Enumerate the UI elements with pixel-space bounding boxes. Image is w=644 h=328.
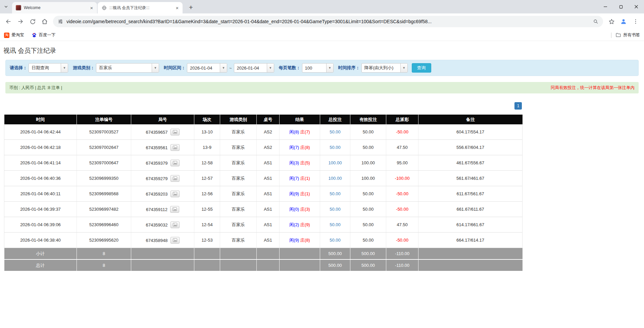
address-bar[interactable]: videoie.com/game/betrecord_search/kind3?…	[53, 16, 603, 27]
banker-result: 庄(5)	[300, 160, 310, 165]
zoom-magnifier-icon[interactable]	[593, 19, 598, 24]
empty-cell	[220, 259, 257, 271]
player-result: 闲(3)	[289, 160, 299, 165]
sum-valid-bet-cell: 500.00	[350, 259, 386, 271]
valid-bet-cell: 50.00	[350, 140, 386, 155]
currency-summary-text: 币别 : 人民币 | 总共 :8 注单 |	[9, 85, 62, 91]
menu-kebab-icon[interactable]	[630, 16, 641, 27]
round-replay-icon-button[interactable]	[170, 221, 180, 228]
round-replay-icon-button[interactable]	[170, 206, 179, 213]
sort-order-select[interactable]: 降幂(由大到小) ▼	[361, 63, 408, 73]
note-cell: 661.67/611.67	[418, 202, 523, 217]
profile-avatar-icon[interactable]	[618, 16, 629, 27]
round-replay-icon-button[interactable]	[170, 175, 180, 182]
chevron-down-icon[interactable]: ▼	[152, 64, 159, 72]
maximize-button[interactable]	[613, 0, 629, 13]
game-kind-cell: 百家乐	[220, 217, 257, 233]
table-no-cell: AS1	[257, 155, 280, 171]
total-bet-link[interactable]: 100.00	[329, 160, 342, 165]
all-bookmarks-button[interactable]: 所有书签	[615, 32, 640, 38]
page-content: 视讯 会员下注纪录 请选择： 日期查询 ▼ 游戏类别： 百家乐 ▼ 时间区间： …	[0, 46, 644, 272]
tab-close-icon[interactable]: ×	[175, 5, 180, 10]
game-kind-select[interactable]: 百家乐 ▼	[96, 63, 159, 73]
page-1-button[interactable]: 1	[514, 102, 522, 110]
sum-valid-bet-cell: 500.00	[350, 248, 386, 260]
search-button[interactable]: 查询	[412, 63, 431, 73]
date-end-select[interactable]: 2026-01-04 ▼	[234, 63, 274, 73]
session-cell: 13-9	[194, 140, 220, 155]
result-cell: 闲(8) 庄(7)	[280, 124, 320, 140]
result-cell: 闲(0) 庄(3)	[280, 202, 320, 217]
total-bet-link[interactable]: 50.00	[330, 191, 341, 196]
bet-no-cell: 523096999350	[77, 171, 131, 186]
bookmark-baidu[interactable]: 百度一下	[32, 32, 56, 38]
date-start-select[interactable]: 2026-01-04 ▼	[187, 63, 227, 73]
empty-cell	[418, 248, 523, 260]
chevron-down-icon[interactable]: ▼	[326, 64, 333, 72]
session-cell: 12-54	[194, 217, 220, 233]
globe-favicon-icon	[101, 5, 107, 10]
date-range-label: 时间区间：	[164, 65, 186, 71]
table-row: 2026-01-04 06:38:40523096995620674358948…	[4, 233, 523, 248]
total-bet-link[interactable]: 50.00	[330, 238, 341, 243]
query-type-select[interactable]: 日期查询 ▼	[29, 63, 68, 73]
per-page-select[interactable]: 100 ▼	[302, 63, 334, 73]
tab-search-chevron-icon[interactable]	[0, 0, 12, 13]
table-row: 2026-01-04 06:42:44523097003527674359657…	[4, 124, 523, 140]
total-bet-link[interactable]: 50.00	[330, 145, 341, 150]
chevron-down-icon[interactable]: ▼	[267, 64, 274, 72]
total-bet-link[interactable]: 50.00	[330, 222, 341, 227]
total-bet-link[interactable]: 50.00	[330, 207, 341, 212]
result-cell: 闲(9) 庄(8)	[280, 233, 320, 248]
tab-title: Welcome	[24, 5, 86, 10]
home-button[interactable]	[39, 16, 50, 27]
game-kind-cell: 百家乐	[220, 233, 257, 248]
valid-bet-cell: 100.00	[350, 155, 386, 171]
payout-cell: 47.50	[386, 217, 418, 233]
close-button[interactable]	[629, 0, 644, 13]
browser-toolbar: videoie.com/game/betrecord_search/kind3?…	[0, 13, 644, 30]
tab-welcome[interactable]: Welcome ×	[12, 2, 97, 13]
bookmark-label: 爱淘宝	[11, 32, 24, 38]
reload-button[interactable]	[27, 16, 38, 27]
round-replay-icon-button[interactable]	[170, 237, 180, 244]
round-no-cell: 674359657	[131, 124, 194, 140]
bookmark-aitaobao[interactable]: 淘 爱淘宝	[4, 32, 24, 38]
table-row: 2026-01-04 06:39:37523096997482674359112…	[4, 202, 523, 217]
table-row: 2026-01-04 06:39:06523096996460674359032…	[4, 217, 523, 233]
minimize-button[interactable]	[598, 0, 613, 13]
tab-betrecord[interactable]: :::视讯 会员下注纪录::: ×	[98, 2, 183, 13]
payout-cell: 95.00	[386, 155, 418, 171]
column-header: 时间	[4, 115, 77, 124]
payout-cell: 47.50	[386, 140, 418, 155]
new-tab-button[interactable]: +	[186, 2, 196, 12]
round-replay-icon-button[interactable]	[170, 191, 180, 197]
chevron-down-icon[interactable]: ▼	[400, 64, 407, 72]
game-kind-label: 游戏类别：	[73, 65, 95, 71]
round-replay-icon-button[interactable]	[170, 129, 180, 135]
valid-bet-cell: 50.00	[350, 124, 386, 140]
round-replay-icon-button[interactable]	[170, 160, 180, 166]
site-info-tune-icon[interactable]	[58, 19, 63, 24]
table-row: 2026-01-04 06:40:11523096998568674359203…	[4, 186, 523, 202]
total-bet-cell: 100.00	[320, 171, 350, 186]
total-bet-cell: 50.00	[320, 124, 350, 140]
tab-close-icon[interactable]: ×	[89, 5, 94, 10]
round-replay-icon-button[interactable]	[170, 144, 180, 151]
back-button[interactable]	[3, 16, 14, 27]
total-bet-link[interactable]: 50.00	[330, 129, 341, 134]
time-cell: 2026-01-04 06:39:06	[4, 217, 77, 233]
total-bet-link[interactable]: 100.00	[329, 176, 342, 181]
total-bet-cell: 50.00	[320, 140, 350, 155]
total-bet-cell: 50.00	[320, 233, 350, 248]
sum-payout-cell: -110.00	[386, 248, 418, 260]
empty-cell	[418, 259, 523, 271]
all-bookmarks-label: 所有书签	[623, 32, 640, 38]
notice-text: 同局有效投注，统一计算在该局第一张注单内	[551, 85, 635, 91]
bookmark-star-icon[interactable]	[606, 16, 617, 27]
chevron-down-icon[interactable]: ▼	[220, 64, 227, 72]
sum-total-bet-cell: 500.00	[320, 248, 350, 260]
chevron-down-icon[interactable]: ▼	[61, 64, 68, 72]
empty-cell	[194, 248, 220, 260]
forward-button[interactable]	[15, 16, 26, 27]
